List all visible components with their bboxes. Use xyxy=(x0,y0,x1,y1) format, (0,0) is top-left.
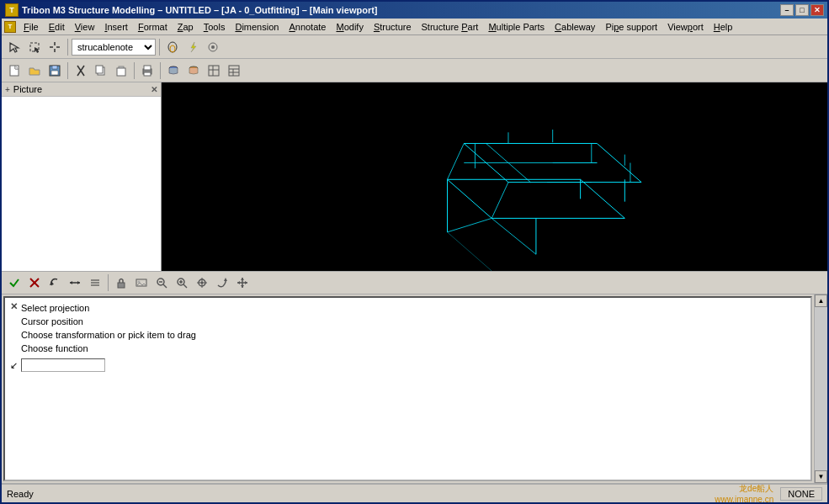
bottom-toolbar xyxy=(2,271,827,294)
app-icon: T xyxy=(5,3,19,17)
menu-zap[interactable]: Zap xyxy=(173,20,199,34)
menu-structure-part[interactable]: Structure Part xyxy=(417,20,484,34)
bt-zoom-out-btn[interactable] xyxy=(152,273,171,292)
toolbar-2 xyxy=(2,59,827,82)
svg-line-47 xyxy=(492,183,508,219)
tb-arrow-btn[interactable] xyxy=(5,38,24,56)
svg-point-11 xyxy=(211,45,215,49)
svg-marker-58 xyxy=(50,281,54,285)
bt-zoom-in-btn[interactable] xyxy=(173,273,191,292)
tb-copy-btn[interactable] xyxy=(92,61,110,80)
menu-dimension[interactable]: Dimension xyxy=(230,20,284,34)
title-bar-controls: – □ ✕ xyxy=(780,4,824,16)
command-input[interactable] xyxy=(21,358,105,372)
tb-table-btn[interactable] xyxy=(225,61,243,80)
svg-marker-79 xyxy=(224,278,227,281)
svg-rect-12 xyxy=(10,66,19,76)
tb-db1-btn[interactable] xyxy=(164,61,183,80)
svg-line-50 xyxy=(448,232,492,271)
status-ready-label: Ready xyxy=(7,489,34,499)
menu-viewport[interactable]: Viewport xyxy=(662,20,709,34)
tb-new-btn[interactable] xyxy=(5,61,24,80)
close-button[interactable]: ✕ xyxy=(810,4,824,16)
menu-multiple-parts[interactable]: Multiple Parts xyxy=(483,20,550,34)
tb-sep-3 xyxy=(67,62,68,79)
svg-marker-83 xyxy=(241,285,244,288)
tb-paste-btn[interactable] xyxy=(112,61,130,80)
menu-tools[interactable]: Tools xyxy=(199,20,231,34)
menu-file[interactable]: File xyxy=(19,20,44,34)
menu-modify[interactable]: Modify xyxy=(331,20,368,34)
left-panel-body xyxy=(2,97,161,271)
menu-annotate[interactable]: Annotate xyxy=(284,20,331,34)
scroll-up-btn[interactable]: ▲ xyxy=(815,294,827,307)
menu-pipe-support[interactable]: Pipe support xyxy=(600,20,662,34)
menu-insert[interactable]: Insert xyxy=(99,20,133,34)
bt-cursor-btn[interactable] xyxy=(233,273,252,292)
viewport[interactable] xyxy=(162,82,827,271)
expand-icon[interactable]: + xyxy=(5,85,10,94)
svg-rect-22 xyxy=(117,68,125,76)
title-bar: T Tribon M3 Structure Modelling – UNTITL… xyxy=(2,2,827,19)
menu-structure[interactable]: Structure xyxy=(369,20,417,34)
tb-db2-btn[interactable] xyxy=(184,61,203,80)
cmd-line-4: Choose function xyxy=(21,342,807,355)
svg-marker-38 xyxy=(448,179,625,218)
svg-marker-9 xyxy=(191,42,196,52)
svg-rect-16 xyxy=(51,71,58,75)
tb-print-btn[interactable] xyxy=(138,61,157,80)
svg-point-7 xyxy=(168,42,177,52)
minimize-button[interactable]: – xyxy=(780,4,794,16)
command-scrollbar: ▲ ▼ xyxy=(814,294,827,483)
bt-pan-btn[interactable] xyxy=(193,273,211,292)
bt-confirm-btn[interactable] xyxy=(5,273,24,292)
svg-rect-15 xyxy=(52,66,57,69)
bt-image-btn[interactable] xyxy=(132,273,151,292)
svg-marker-0 xyxy=(10,43,19,52)
bt-rotate-btn[interactable] xyxy=(213,273,231,292)
svg-line-69 xyxy=(163,284,167,288)
bt-cancel-btn[interactable] xyxy=(25,273,44,292)
tb-cut-btn[interactable] xyxy=(72,61,90,80)
tb-sep-5 xyxy=(160,62,161,79)
bt-move-btn[interactable] xyxy=(66,273,84,292)
scroll-down-btn[interactable]: ▼ xyxy=(815,470,827,483)
bt-lines-btn[interactable] xyxy=(86,273,104,292)
toolbar-1: strucablenote xyxy=(2,35,827,59)
app-menu-icon[interactable]: T xyxy=(3,20,17,34)
bt-lock-btn[interactable] xyxy=(112,273,130,292)
status-none-badge: NONE xyxy=(780,487,822,501)
style-dropdown[interactable]: strucablenote xyxy=(72,39,156,56)
svg-line-48 xyxy=(448,218,492,231)
main-window: T Tribon M3 Structure Modelling – UNTITL… xyxy=(0,0,829,504)
tb-lightning-btn[interactable] xyxy=(183,38,202,56)
svg-rect-65 xyxy=(118,283,125,288)
bt-undo-btn[interactable] xyxy=(45,273,64,292)
tb-save-btn[interactable] xyxy=(45,61,64,80)
menu-cableway[interactable]: Cableway xyxy=(550,20,600,34)
menu-edit[interactable]: Edit xyxy=(44,20,70,34)
tb-sep-4 xyxy=(134,62,135,79)
svg-point-78 xyxy=(201,282,204,284)
tb-sep-2 xyxy=(159,39,160,56)
svg-marker-61 xyxy=(77,281,80,284)
window-title: Tribon M3 Structure Modelling – UNTITLED… xyxy=(22,5,378,15)
tb-open-btn[interactable] xyxy=(25,61,44,80)
svg-marker-60 xyxy=(70,281,72,284)
structure-drawing xyxy=(162,82,827,271)
tb-select-btn[interactable] xyxy=(25,38,44,56)
left-panel-close-btn[interactable]: ✕ xyxy=(151,85,157,94)
svg-line-46 xyxy=(448,143,465,179)
maximize-button[interactable]: □ xyxy=(795,4,809,16)
scroll-track[interactable] xyxy=(815,307,827,470)
tb-grid-btn[interactable] xyxy=(205,61,223,80)
left-panel-label: Picture xyxy=(13,84,42,94)
svg-rect-28 xyxy=(209,66,219,76)
tb-pick-btn[interactable] xyxy=(45,38,64,56)
menu-help[interactable]: Help xyxy=(709,20,738,34)
menu-format[interactable]: Format xyxy=(133,20,173,34)
menu-view[interactable]: View xyxy=(70,20,100,34)
tb-star-btn[interactable] xyxy=(204,38,222,56)
svg-rect-20 xyxy=(96,66,103,73)
tb-flame-btn[interactable] xyxy=(163,38,182,56)
